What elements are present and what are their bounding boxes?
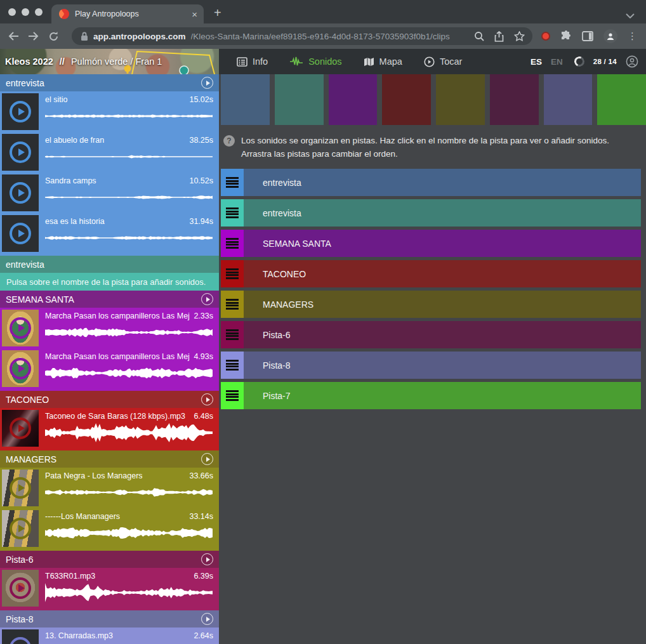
track-play-button[interactable] — [201, 613, 213, 625]
recording-indicator-icon[interactable] — [541, 32, 550, 41]
share-icon[interactable] — [494, 31, 504, 42]
track-header[interactable]: Pista-6 — [0, 551, 219, 568]
clip-body: el sitio 15.02s — [41, 91, 219, 132]
track-row-bar[interactable]: Pista-8 — [244, 352, 641, 379]
clip-play-button[interactable] — [10, 577, 31, 599]
track-row-name: entrevista — [263, 208, 301, 218]
nav-item-mapa[interactable]: Mapa — [364, 56, 402, 67]
clip-item[interactable]: esa es la historia 31.94s — [0, 213, 219, 254]
track-row-bar[interactable]: Pista-7 — [244, 382, 641, 409]
track-clips: Pulsa sobre el nombre de la pista para a… — [0, 273, 219, 291]
track-play-button[interactable] — [201, 553, 213, 565]
clip-item[interactable]: ------Los Mananagers 33.14s — [0, 508, 219, 549]
project-banner[interactable]: Kleos 2022 // Pulmón verde / Fran 1 — [0, 49, 219, 74]
track-header[interactable]: MANAGERS — [0, 450, 219, 468]
reload-button[interactable] — [48, 31, 59, 42]
track-row-bar[interactable]: MANAGERS — [244, 291, 641, 318]
track-row-name: TACONEO — [263, 269, 306, 279]
side-panel-icon[interactable] — [582, 31, 593, 41]
nav-item-sonidos[interactable]: Sonidos — [289, 56, 341, 67]
clip-item[interactable]: el sitio 15.02s — [0, 91, 219, 132]
sidebar-track: entrevista Pulsa sobre el nombre de la p… — [0, 256, 219, 291]
drag-handle[interactable] — [221, 199, 244, 227]
clip-play-button[interactable] — [10, 182, 31, 204]
nav-item-info[interactable]: Info — [237, 56, 268, 67]
drag-handle[interactable] — [221, 230, 244, 257]
drag-handle[interactable] — [221, 352, 244, 379]
clip-body: Marcha Pasan los campanilleros Las Mejor… — [41, 348, 219, 389]
clip-item[interactable]: 13. Charradas.mp3 2.64s — [0, 628, 219, 644]
clip-play-button[interactable] — [10, 223, 31, 244]
extensions-puzzle-icon[interactable] — [560, 30, 572, 42]
clip-play-button[interactable] — [10, 518, 31, 539]
drag-handle[interactable] — [221, 260, 244, 287]
clip-item[interactable]: Sandra camps 10.52s — [0, 173, 219, 213]
track-row[interactable]: Pista-6 — [221, 321, 641, 348]
clip-play-button[interactable] — [10, 637, 31, 644]
track-header[interactable]: TACONEO — [0, 391, 219, 408]
clip-play-button[interactable] — [10, 141, 31, 163]
track-header[interactable]: entrevista — [0, 256, 219, 273]
forward-button[interactable] — [28, 31, 39, 41]
window-zoom-button[interactable] — [35, 8, 43, 16]
track-row[interactable]: TACONEO — [221, 260, 641, 287]
profile-avatar-icon[interactable] — [603, 29, 617, 43]
clip-item[interactable]: Pata Negra - Los Managers 33.66s — [0, 468, 219, 508]
clip-play-button[interactable] — [10, 358, 31, 379]
track-header[interactable]: SEMANA SANTA — [0, 291, 219, 308]
track-row-bar[interactable]: Pista-6 — [244, 321, 641, 348]
track-row-bar[interactable]: TACONEO — [244, 260, 641, 287]
track-header[interactable]: entrevista — [0, 74, 219, 91]
drag-handle[interactable] — [221, 382, 244, 409]
track-row[interactable]: MANAGERS — [221, 291, 641, 318]
back-button[interactable] — [8, 31, 19, 41]
lang-en-button[interactable]: EN — [551, 57, 563, 67]
bookmark-star-icon[interactable] — [514, 31, 525, 41]
browser-menu-kebab-icon[interactable]: ⋮ — [628, 30, 637, 42]
clip-item[interactable]: Taconeo de Sara Baras (128 kbps).mp3 6.4… — [0, 408, 219, 449]
track-play-button[interactable] — [201, 77, 213, 89]
color-swatch — [490, 74, 539, 125]
track-play-button[interactable] — [201, 393, 213, 405]
track-row-bar[interactable]: SEMANA SANTA — [244, 230, 641, 257]
new-tab-button[interactable]: + — [214, 6, 221, 20]
url-bar[interactable]: app.antropoloops.com /Kleos-Santa-Marina… — [72, 27, 532, 45]
window-minimize-button[interactable] — [22, 8, 29, 16]
tab-close-icon[interactable]: × — [192, 10, 197, 19]
zoom-page-icon[interactable] — [474, 31, 484, 41]
track-play-button[interactable] — [201, 453, 213, 465]
clip-play-button[interactable] — [10, 477, 31, 499]
clip-duration: 33.14s — [189, 512, 213, 521]
drag-handle[interactable] — [221, 169, 244, 196]
track-row[interactable]: entrevista — [221, 169, 641, 196]
window-close-button[interactable] — [8, 8, 16, 16]
project-name: Kleos 2022 — [5, 56, 53, 67]
clip-item[interactable]: T633R01.mp3 6.39s — [0, 568, 219, 608]
track-play-button[interactable] — [201, 293, 213, 305]
track-name: MANAGERS — [6, 454, 201, 464]
browser-tab[interactable]: Play Antropoloops × — [51, 4, 204, 23]
nav-item-tocar[interactable]: Tocar — [424, 56, 462, 67]
track-row[interactable]: Pista-8 — [221, 352, 641, 379]
track-row[interactable]: Pista-7 — [221, 382, 641, 409]
clip-duration: 2.64s — [194, 631, 213, 640]
track-row[interactable]: entrevista — [221, 199, 641, 227]
clip-play-button[interactable] — [10, 317, 31, 339]
clip-item[interactable]: Marcha Pasan los campanilleros Las Mejor… — [0, 308, 219, 348]
clip-name: T633R01.mp3 — [45, 572, 190, 581]
track-row[interactable]: SEMANA SANTA — [221, 230, 641, 257]
track-row-bar[interactable]: entrevista — [244, 199, 641, 227]
drag-handle[interactable] — [221, 321, 244, 348]
track-row-bar[interactable]: entrevista — [244, 169, 641, 196]
clip-item[interactable]: Marcha Pasan los campanilleros Las Mejor… — [0, 348, 219, 389]
clip-play-button[interactable] — [10, 417, 31, 439]
lang-es-button[interactable]: ES — [531, 57, 542, 67]
tab-search-chevron-icon[interactable] — [626, 13, 635, 18]
waveform-icon — [289, 56, 303, 67]
account-icon[interactable] — [626, 55, 638, 68]
url-path: /Kleos-Santa-Marina/eef89185-e916-4d0d-8… — [191, 32, 469, 41]
drag-handle[interactable] — [221, 291, 244, 318]
track-header[interactable]: Pista-8 — [0, 610, 219, 628]
clip-item[interactable]: el abuelo de fran 38.25s — [0, 132, 219, 173]
clip-play-button[interactable] — [10, 101, 31, 122]
